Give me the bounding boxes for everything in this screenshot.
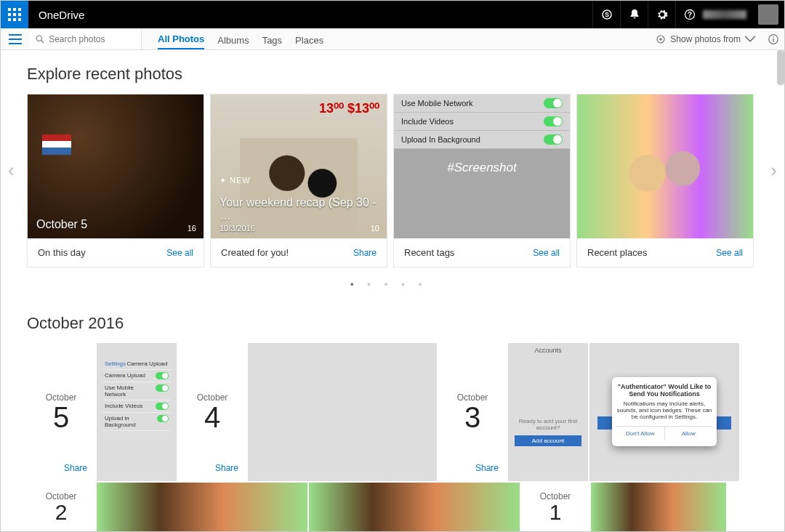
created-footer: Created for you! (221, 247, 289, 258)
skype-button[interactable]: S (592, 1, 620, 28)
user-avatar[interactable] (758, 4, 778, 25)
svg-rect-14 (9, 39, 22, 40)
svg-rect-3 (8, 13, 11, 16)
accounts-msg: Ready to add your first account? (509, 418, 587, 431)
created-title: Your weekend recap (Sep 30 - … (220, 196, 387, 222)
day-number: 3 (464, 403, 480, 432)
svg-point-19 (659, 38, 662, 41)
svg-rect-21 (773, 39, 773, 42)
tab-places[interactable]: Places (295, 31, 323, 49)
brand-label: OneDrive (28, 1, 94, 28)
mini-row: Use Mobile Network (105, 384, 156, 398)
explore-heading: Explore recent photos (27, 65, 758, 84)
on-this-day-see-all[interactable]: See all (166, 248, 193, 258)
svg-rect-5 (18, 13, 21, 16)
notifications-button[interactable] (620, 1, 648, 28)
on-this-day-count: 16 (188, 224, 196, 233)
day-number: 2 (55, 501, 68, 523)
svg-rect-7 (13, 18, 16, 21)
on-this-day-footer: On this day (38, 247, 86, 258)
toggle1-label: Use Mobile Network (401, 99, 472, 108)
mini-switch-icon (156, 372, 169, 379)
recent-places-footer: Recent places (587, 247, 647, 258)
recent-tags-photo[interactable]: Use Mobile Network Include Videos Upload… (394, 94, 570, 238)
explore-card-created-for-you[interactable]: NEW Your weekend recap (Sep 30 - … 10/3/… (210, 94, 387, 267)
search-input[interactable] (49, 34, 135, 44)
info-panel-button[interactable] (762, 28, 784, 49)
settings-button[interactable] (648, 1, 675, 28)
day-number: 1 (550, 501, 562, 523)
help-button[interactable]: ? (675, 1, 703, 28)
day-cell-oct-3[interactable]: October 3 Share (438, 343, 507, 481)
svg-rect-0 (8, 8, 11, 11)
svg-text:?: ? (687, 11, 691, 19)
recent-tags-see-all[interactable]: See all (533, 248, 560, 258)
explore-card-on-this-day[interactable]: October 5 16 On this day See all (27, 94, 204, 267)
created-share[interactable]: Share (353, 248, 377, 258)
day-cell-oct-2[interactable]: October 2 (27, 483, 95, 531)
search-box[interactable] (30, 28, 142, 49)
svg-rect-13 (9, 34, 22, 36)
explore-card-recent-tags[interactable]: Use Mobile Network Include Videos Upload… (393, 94, 571, 267)
explore-row: ‹ › October 5 16 On this day See all NEW… (27, 94, 758, 267)
tab-all-photos[interactable]: All Photos (158, 29, 204, 49)
photo-oct3-accounts[interactable]: Accounts Ready to add your first account… (508, 343, 588, 481)
auth-title: "Authenticator" Would Like to Send You N… (616, 383, 712, 398)
day-cell-oct-1[interactable]: October 1 (521, 483, 589, 531)
photo-oct4-document[interactable] (248, 343, 437, 481)
mini-title: Camera Upload (126, 360, 167, 367)
day-cell-oct-5[interactable]: October 5 Share (27, 343, 95, 481)
recent-places-photo[interactable] (577, 94, 753, 238)
carousel-next-button[interactable]: › (770, 159, 777, 182)
svg-rect-4 (13, 13, 16, 16)
auth-dont-allow: Don't Allow (616, 427, 665, 440)
nav-toggle-button[interactable] (1, 28, 30, 49)
mini-switch-icon (156, 384, 169, 392)
accounts-add-btn: Add account (515, 435, 581, 446)
mini-row: Camera Upload (105, 372, 145, 379)
app-launcher-button[interactable] (1, 1, 28, 28)
day-number: 4 (204, 403, 220, 432)
toggle2-label: Include Videos (401, 117, 454, 126)
mini-switch-icon (157, 415, 169, 422)
skype-icon: S (601, 9, 613, 20)
explore-card-recent-places[interactable]: Recent places See all (576, 94, 754, 267)
photo-oct2-a[interactable] (97, 483, 307, 531)
svg-rect-1 (13, 8, 16, 11)
auth-allow: Allow (665, 427, 713, 440)
photo-oct2-b[interactable] (309, 483, 520, 531)
tag-hashtag: #Screenshot (394, 161, 570, 175)
chevron-down-icon (745, 34, 755, 44)
toggle-switch-icon (544, 98, 563, 108)
on-this-day-photo[interactable]: October 5 16 (28, 94, 204, 238)
mini-row: Include Videos (105, 403, 142, 410)
day-share-link[interactable]: Share (64, 463, 87, 473)
carousel-prev-button[interactable]: ‹ (8, 159, 15, 182)
gear-icon (656, 9, 668, 20)
auth-body: Notifications may include alerts, sounds… (617, 400, 712, 420)
new-badge: NEW (220, 176, 251, 185)
carousel-dots[interactable]: ●●●●● (27, 281, 758, 288)
toggle-switch-icon (544, 116, 563, 126)
photo-oct5-screenshot[interactable]: SettingsCamera Upload Camera Upload Use … (97, 343, 177, 481)
svg-point-16 (36, 36, 41, 41)
created-date: 10/3/2016 (220, 224, 255, 233)
bell-icon (629, 9, 640, 20)
day-number: 5 (53, 403, 69, 432)
created-count: 10 (371, 224, 379, 233)
user-name[interactable] (703, 10, 746, 19)
day-share-link[interactable]: Share (215, 463, 238, 473)
show-photos-from-dropdown[interactable]: Show photos from (656, 28, 762, 49)
tab-albums[interactable]: Albums (217, 31, 249, 49)
recent-places-see-all[interactable]: See all (716, 248, 743, 258)
day-share-link[interactable]: Share (475, 463, 499, 473)
photos-tabs: All Photos Albums Tags Places (142, 28, 323, 49)
waffle-icon (8, 8, 21, 21)
created-for-you-photo[interactable]: NEW Your weekend recap (Sep 30 - … 10/3/… (211, 94, 387, 238)
mini-switch-icon (156, 403, 169, 410)
svg-text:S: S (604, 11, 608, 18)
tab-tags[interactable]: Tags (262, 31, 282, 49)
photo-oct3-authenticator[interactable]: "Authenticator" Would Like to Send You N… (589, 343, 739, 481)
photo-oct1-a[interactable] (591, 483, 726, 531)
day-cell-oct-4[interactable]: October 4 Share (178, 343, 246, 481)
